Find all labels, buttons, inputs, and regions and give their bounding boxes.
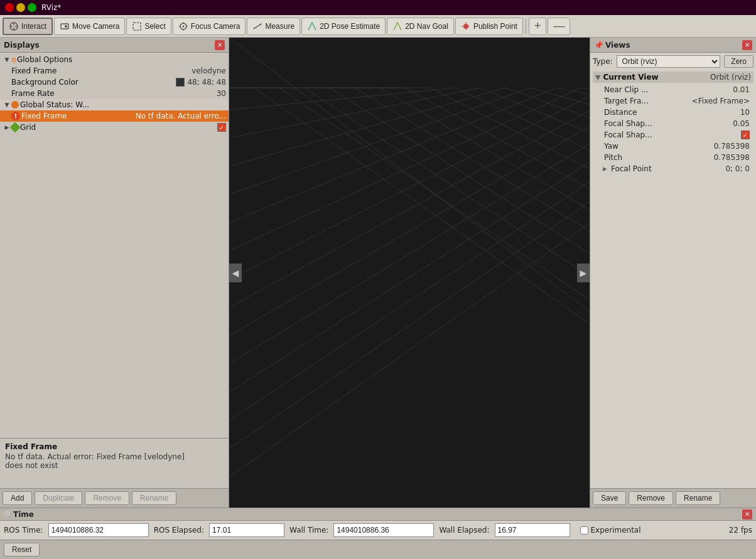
- pitch-label: Pitch: [603, 153, 714, 162]
- current-view-header: ▼ Current View Orbit (rviz): [593, 72, 753, 83]
- move-camera-icon: [60, 21, 70, 31]
- time-section: ⏱ Time ✕ ROS Time: ROS Elapsed: Wall Tim…: [0, 508, 756, 559]
- focal-shape1-value: 0.05: [733, 119, 752, 128]
- viewport-left-arrow[interactable]: ◀: [229, 264, 242, 282]
- pose-estimate-button[interactable]: 2D Pose Estimate: [301, 18, 386, 35]
- experimental-checkbox[interactable]: [580, 526, 588, 535]
- error-display: Fixed Frame No tf data. Actual error: Fi…: [0, 438, 229, 488]
- wall-time-input[interactable]: [333, 523, 434, 537]
- target-frame-row[interactable]: Target Fra... <Fixed Frame>: [593, 95, 753, 107]
- ros-time-label: ROS Time:: [4, 526, 43, 535]
- views-type-label: Type:: [593, 57, 613, 66]
- views-close-button[interactable]: ✕: [742, 40, 752, 50]
- fixed-frame-error-value: No tf data. Actual erro...: [136, 112, 229, 120]
- svg-line-30: [229, 88, 590, 307]
- settings-icon: ⚙: [11, 56, 17, 63]
- interact-button[interactable]: Interact: [3, 18, 53, 35]
- rename-view-button[interactable]: Rename: [676, 491, 720, 505]
- displays-header: Displays ✕: [0, 38, 229, 53]
- fixed-frame-value: velodyne: [192, 67, 229, 75]
- save-view-button[interactable]: Save: [593, 491, 626, 505]
- orange-status-icon: [11, 101, 19, 109]
- move-camera-button[interactable]: Move Camera: [54, 18, 125, 35]
- focal-shape1-row[interactable]: Focal Shap... 0.05: [593, 118, 753, 129]
- rename-button[interactable]: Rename: [132, 491, 176, 505]
- background-color-row[interactable]: Background Color 48; 48; 48: [0, 77, 229, 88]
- ros-elapsed-input[interactable]: [209, 523, 284, 537]
- focal-shape2-row[interactable]: Focal Shap... ✓: [593, 129, 753, 141]
- remove-view-button[interactable]: Remove: [629, 491, 673, 505]
- views-content[interactable]: Type: Orbit (rviz) Zero ▼ Current View O…: [590, 53, 756, 488]
- wall-elapsed-input[interactable]: [495, 523, 570, 537]
- fixed-frame-error-item[interactable]: ! Fixed Frame No tf data. Actual erro...: [0, 110, 229, 122]
- svg-line-14: [405, 88, 590, 307]
- frame-rate-value: 30: [217, 89, 229, 98]
- global-status-icon-group: [11, 101, 20, 109]
- displays-panel: Displays ✕ ▼ ⚙ Global Options Fixed Fram…: [0, 38, 229, 508]
- measure-button[interactable]: Measure: [247, 18, 300, 35]
- ros-time-input[interactable]: [48, 523, 149, 537]
- remove-display-button[interactable]: Remove: [85, 491, 129, 505]
- pitch-value: 0.785398: [714, 153, 752, 162]
- yaw-value: 0.785398: [714, 142, 752, 151]
- views-type-select[interactable]: Orbit (rviz): [617, 55, 721, 68]
- distance-row[interactable]: Distance 10: [593, 107, 753, 118]
- views-zero-button[interactable]: Zero: [724, 55, 753, 68]
- yaw-label: Yaw: [603, 142, 714, 151]
- maximize-button[interactable]: [28, 3, 36, 12]
- displays-tree[interactable]: ▼ ⚙ Global Options Fixed Frame velodyne …: [0, 53, 229, 438]
- time-content: ROS Time: ROS Elapsed: Wall Time: Wall E…: [0, 521, 756, 540]
- global-options-item[interactable]: ▼ ⚙ Global Options: [0, 54, 229, 65]
- yaw-row[interactable]: Yaw 0.785398: [593, 141, 753, 152]
- svg-line-15: [430, 88, 590, 279]
- nav-goal-button[interactable]: 2D Nav Goal: [387, 18, 454, 35]
- plus-button[interactable]: +: [529, 18, 547, 35]
- 3d-viewport[interactable]: ◀ ▶: [229, 38, 590, 508]
- focal-point-row[interactable]: ▶ Focal Point 0; 0; 0: [593, 163, 753, 174]
- pitch-row[interactable]: Pitch 0.785398: [593, 152, 753, 163]
- close-button[interactable]: [5, 3, 14, 12]
- focal-shape2-checkbox[interactable]: ✓: [741, 130, 752, 140]
- reset-button[interactable]: Reset: [4, 543, 40, 556]
- current-view-type: Orbit (rviz): [710, 73, 751, 82]
- select-button[interactable]: Select: [126, 18, 171, 35]
- target-frame-value: <Fixed Frame>: [692, 97, 752, 105]
- views-type-row: Type: Orbit (rviz) Zero: [593, 55, 753, 68]
- focal-shape1-label: Focal Shap...: [603, 119, 733, 128]
- distance-label: Distance: [603, 108, 740, 117]
- minus-button[interactable]: —: [548, 18, 570, 35]
- interact-icon: [9, 21, 19, 31]
- error-panel-message: No tf data. Actual error: Fixed Frame [v…: [5, 452, 224, 470]
- focus-camera-button[interactable]: Focus Camera: [173, 18, 246, 35]
- viewport-right-arrow[interactable]: ▶: [577, 264, 590, 282]
- select-icon: [132, 21, 142, 31]
- duplicate-button[interactable]: Duplicate: [35, 491, 82, 505]
- grid-icon-group: [11, 124, 20, 131]
- frame-rate-row[interactable]: Frame Rate 30: [0, 88, 229, 99]
- grid-item[interactable]: ▶ Grid ✓: [0, 122, 229, 133]
- minimize-button[interactable]: [16, 3, 25, 12]
- svg-line-31: [229, 88, 590, 279]
- publish-point-button[interactable]: Publish Point: [455, 18, 523, 35]
- svg-line-9: [279, 88, 590, 449]
- svg-line-20: [556, 88, 590, 138]
- distance-value: 10: [740, 108, 752, 117]
- fixed-frame-label: Fixed Frame: [11, 67, 192, 75]
- time-close-button[interactable]: ✕: [742, 509, 752, 519]
- window-controls[interactable]: [5, 3, 36, 12]
- global-status-item[interactable]: ▼ Global Status: W...: [0, 99, 229, 110]
- experimental-checkbox-label[interactable]: Experimental: [580, 526, 641, 535]
- time-header-inner: ⏱ Time: [4, 510, 34, 519]
- fixed-frame-row[interactable]: Fixed Frame velodyne: [0, 65, 229, 77]
- measure-label: Measure: [265, 22, 294, 31]
- color-swatch-box: [176, 78, 185, 87]
- svg-line-18: [505, 88, 590, 194]
- interact-label: Interact: [21, 22, 46, 31]
- add-button[interactable]: Add: [3, 491, 32, 505]
- svg-line-17: [480, 88, 590, 223]
- grid-checkbox[interactable]: ✓: [217, 123, 229, 132]
- near-clip-row[interactable]: Near Clip ... 0.01: [593, 84, 753, 95]
- fps-display: 22 fps: [729, 526, 752, 535]
- displays-close-button[interactable]: ✕: [215, 40, 225, 50]
- focal-point-arrow: ▶: [603, 166, 607, 172]
